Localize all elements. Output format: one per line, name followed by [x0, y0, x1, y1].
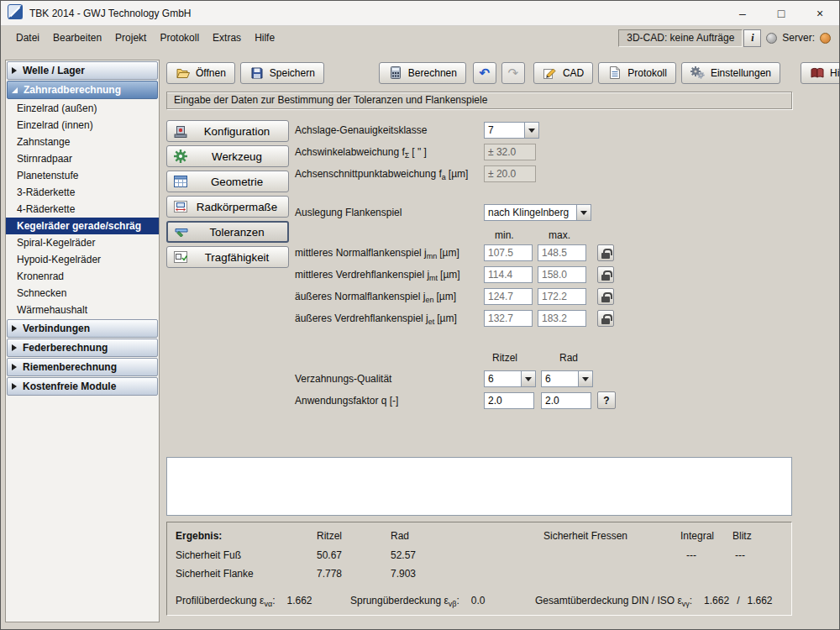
sidebar-item-kegelraeder-gerade-schraeg[interactable]: Kegelräder gerade/schräg	[6, 218, 159, 234]
sidebar-section-zahnradberechnung[interactable]: Zahnradberechnung	[7, 81, 158, 99]
protocol-button[interactable]: Protokoll	[598, 62, 676, 84]
sidebar-item-planetenstufe[interactable]: Planetenstufe	[6, 167, 159, 184]
lock-icon	[601, 297, 610, 302]
application-factor-help-button[interactable]: ?	[597, 391, 616, 409]
nav-geometrie-button[interactable]: Geometrie	[166, 171, 289, 192]
toleranzen-icon	[174, 226, 189, 238]
jmn-max-input[interactable]	[538, 244, 586, 261]
help-button[interactable]: Hilfe	[801, 62, 840, 84]
max-column-header: max.	[549, 229, 570, 241]
nav-button-label: Geometrie	[192, 176, 282, 188]
sidebar-section-welle-lager[interactable]: Welle / Lager	[7, 61, 158, 80]
sidebar-item-4-raederkette[interactable]: 4-Räderkette	[6, 201, 159, 218]
app-logo-icon	[8, 4, 23, 22]
quality-ritzel-select[interactable]: 6	[484, 370, 536, 387]
sidebar-item-einzelrad-aussen[interactable]: Einzelrad (außen)	[6, 100, 159, 117]
jet-max-input[interactable]	[538, 310, 586, 327]
app-window: TBK 2014 - GWJ Technology GmbH – □ × Dat…	[0, 0, 840, 630]
sidebar: Welle / Lager Zahnradberechnung Einzelra…	[5, 60, 160, 622]
cad-status-indicator	[766, 33, 777, 44]
quality-rad-select[interactable]: 6	[541, 370, 593, 387]
server-status-indicator	[820, 33, 831, 44]
sidebar-item-einzelrad-innen[interactable]: Einzelrad (innen)	[6, 117, 159, 134]
nav-konfiguration-button[interactable]: Konfiguration	[166, 120, 289, 142]
menu-projekt[interactable]: Projekt	[108, 29, 153, 47]
sidebar-item-3-raederkette[interactable]: 3-Räderkette	[6, 184, 159, 201]
jen-lock-button[interactable]	[597, 288, 614, 305]
nav-button-label: Konfiguration	[192, 125, 282, 138]
menu-hilfe[interactable]: Hilfe	[248, 29, 281, 47]
menu-bearbeiten[interactable]: Bearbeiten	[46, 29, 108, 47]
menu-datei[interactable]: Datei	[9, 29, 46, 47]
safety-root-rad: 52.57	[391, 549, 416, 561]
results-col-fressen: Sicherheit Fressen	[543, 530, 627, 542]
main-content: Öffnen Speichern Berechnen ↶ ↷ CAD Proto…	[163, 50, 839, 629]
nav-radkoerpermasse-button[interactable]: Radkörpermaße	[166, 196, 289, 218]
cad-label: CAD	[563, 67, 584, 79]
sidebar-section-kostenfreie-module[interactable]: Kostenfreie Module	[7, 377, 158, 396]
cad-button[interactable]: CAD	[533, 62, 593, 84]
nav-tragfaehigkeit-button[interactable]: Tragfähigkeit	[166, 246, 289, 268]
konfiguration-icon	[173, 125, 188, 138]
jet-lock-button[interactable]	[597, 310, 614, 327]
toolbar: Öffnen Speichern Berechnen ↶ ↷ CAD Proto…	[166, 61, 840, 84]
settings-button[interactable]: Einstellungen	[681, 62, 780, 84]
jmn-min-input[interactable]	[484, 244, 533, 261]
jet-label: äußeres Verdrehflankenspiel jet[µm]	[295, 312, 457, 326]
sidebar-section-label: Federberechnung	[23, 342, 108, 354]
nav-button-label: Werkzeug	[192, 150, 282, 163]
application-factor-ritzel-input[interactable]	[484, 392, 534, 409]
sidebar-item-waermehaushalt[interactable]: Wärmehaushalt	[6, 302, 159, 318]
scuffing-integral-value: ---	[686, 549, 696, 561]
results-col-rad: Rad	[391, 530, 409, 542]
sidebar-item-schnecken[interactable]: Schnecken	[6, 285, 159, 302]
menu-protokoll[interactable]: Protokoll	[153, 29, 206, 47]
sidebar-section-verbindungen[interactable]: Verbindungen	[7, 319, 158, 338]
sidebar-item-stirnradpaar[interactable]: Stirnradpaar	[6, 150, 159, 167]
total-overlap: Gesamtüberdeckung DIN / ISO εvγ:1.662/1.…	[535, 595, 773, 608]
jet-min-input[interactable]	[484, 310, 533, 327]
help-label: Hilfe	[830, 67, 840, 79]
axis-intersection-deviation-label: Achsenschnittpunktabweichung fa[µm]	[295, 168, 468, 181]
jmt-min-input[interactable]	[484, 266, 533, 283]
maximize-button[interactable]: □	[762, 1, 801, 25]
accuracy-class-select[interactable]: 7	[484, 122, 539, 139]
lock-icon	[601, 275, 610, 281]
application-factor-rad-input[interactable]	[541, 392, 591, 409]
jmt-lock-button[interactable]	[597, 266, 614, 283]
protocol-document-icon	[607, 66, 622, 79]
info-button[interactable]: i	[743, 29, 761, 47]
minimize-button[interactable]: –	[723, 1, 762, 25]
sidebar-item-spiral-kegelraeder[interactable]: Spiral-Kegelräder	[6, 234, 159, 251]
chevron-down-icon	[578, 371, 592, 386]
results-col-blitz: Blitz	[732, 530, 752, 542]
sidebar-section-federberechnung[interactable]: Federberechnung	[7, 339, 158, 357]
lock-icon	[601, 318, 610, 324]
calculate-button[interactable]: Berechnen	[379, 62, 466, 84]
page-title: Eingabe der Daten zur Bestimmung der Tol…	[174, 94, 487, 106]
menu-extras[interactable]: Extras	[206, 29, 248, 47]
section-title-bar: Eingabe der Daten zur Bestimmung der Tol…	[166, 92, 792, 109]
sidebar-item-hypoid-kegelraeder[interactable]: Hypoid-Kegelräder	[6, 251, 159, 268]
backlash-design-value: nach Klingelnberg	[485, 205, 576, 220]
backlash-design-select[interactable]: nach Klingelnberg	[484, 204, 591, 221]
nav-toleranzen-button[interactable]: Toleranzen	[166, 221, 289, 243]
open-button[interactable]: Öffnen	[166, 62, 235, 84]
message-area	[166, 457, 792, 516]
tragfaehigkeit-check-icon	[173, 251, 188, 263]
jen-max-input[interactable]	[538, 288, 586, 305]
jmn-lock-button[interactable]	[597, 244, 614, 261]
close-button[interactable]: ×	[801, 1, 839, 25]
chevron-down-icon	[521, 371, 535, 386]
sidebar-section-label: Kostenfreie Module	[23, 381, 116, 392]
sidebar-section-riemenberechnung[interactable]: Riemenberechnung	[7, 358, 158, 376]
jmt-max-input[interactable]	[538, 266, 586, 283]
undo-icon: ↶	[480, 66, 491, 81]
sidebar-item-zahnstange[interactable]: Zahnstange	[6, 134, 159, 150]
undo-button[interactable]: ↶	[473, 62, 496, 84]
nav-werkzeug-button[interactable]: Werkzeug	[166, 145, 289, 167]
sidebar-item-kronenrad[interactable]: Kronenrad	[6, 268, 159, 285]
geometrie-table-icon	[173, 176, 188, 187]
save-button[interactable]: Speichern	[240, 62, 324, 84]
jen-min-input[interactable]	[484, 288, 533, 305]
